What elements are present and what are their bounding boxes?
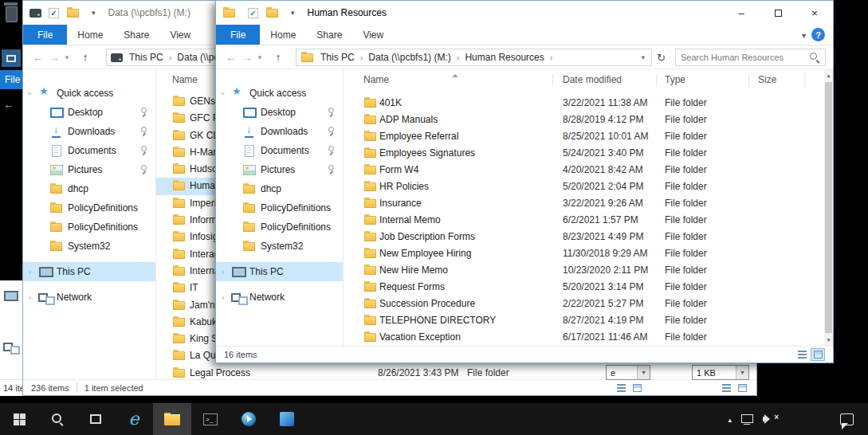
qat-dropdown-icon[interactable]	[92, 9, 96, 17]
file-explorer-button[interactable]	[153, 403, 191, 435]
history-dropdown-icon[interactable]	[61, 45, 73, 69]
tab-file[interactable]: File	[216, 25, 260, 45]
file-row[interactable]: Request Forms5/20/2021 3:14 PMFile folde…	[344, 279, 824, 296]
network-icon[interactable]	[3, 341, 18, 353]
tab-share[interactable]: Share	[113, 25, 159, 45]
refresh-icon[interactable]	[657, 49, 666, 66]
folder-icon[interactable]	[222, 7, 237, 19]
sidebar-item-system32[interactable]: System32	[23, 237, 155, 256]
file-row[interactable]: New Hire Memo10/23/2020 2:11 PMFile fold…	[344, 262, 824, 279]
file-row[interactable]: TELEPHONE DIRECTORY8/27/2021 4:19 PMFile…	[344, 312, 824, 329]
address-box[interactable]: This PC Data (\\pcbfs1) (M:) Human Resou…	[296, 49, 652, 66]
chevron-collapsed-icon[interactable]	[29, 293, 38, 302]
chevron-collapsed-icon[interactable]	[29, 268, 38, 276]
terminal-button[interactable]	[191, 403, 230, 435]
chevron-collapsed-icon[interactable]	[222, 293, 231, 302]
tab-view[interactable]: View	[159, 25, 201, 45]
details-view-button[interactable]	[719, 382, 733, 394]
background-window-edge[interactable]: File 14 items	[0, 0, 22, 396]
blue-app-button[interactable]	[268, 403, 306, 435]
large-icons-view-button[interactable]	[735, 382, 749, 394]
sidebar-item-documents[interactable]: Documents	[23, 141, 155, 160]
task-view-button[interactable]	[77, 403, 115, 435]
folder-icon[interactable]	[265, 7, 280, 19]
breadcrumb-this-pc[interactable]: This PC	[128, 52, 165, 63]
search-box[interactable]	[675, 49, 826, 66]
tab-view[interactable]: View	[352, 25, 394, 45]
title-bar[interactable]: Human Resources	[216, 1, 833, 25]
column-header-name[interactable]: Name	[363, 74, 389, 85]
checkmark-icon[interactable]	[248, 8, 258, 18]
chevron-expanded-icon[interactable]	[222, 89, 231, 98]
column-header-name[interactable]: Name	[172, 74, 198, 85]
up-button[interactable]	[269, 45, 288, 69]
background-dropdown[interactable]: 1 KB	[692, 365, 749, 380]
address-dropdown-icon[interactable]	[638, 53, 647, 61]
sidebar-item-this-pc[interactable]: This PC	[216, 262, 343, 281]
sidebar-item-network[interactable]: Network	[216, 288, 343, 307]
column-divider[interactable]	[552, 74, 553, 87]
background-dropdown[interactable]: e	[606, 365, 650, 380]
sidebar-item-quick-access[interactable]: Quick access	[216, 84, 343, 103]
forward-button[interactable]	[240, 45, 254, 69]
up-button[interactable]	[76, 45, 95, 69]
maximize-button[interactable]	[760, 1, 796, 25]
tab-share[interactable]: Share	[306, 25, 352, 45]
network-status-icon[interactable]	[741, 413, 753, 425]
sidebar-item-pictures[interactable]: Pictures	[216, 160, 343, 179]
close-button[interactable]	[796, 1, 833, 25]
file-row[interactable]: New Employee Hiring11/30/2018 9:29 AMFil…	[344, 245, 824, 262]
dropdown-arrow-icon[interactable]	[637, 366, 650, 379]
file-row[interactable]: Insurance3/22/2021 9:26 AMFile folder	[344, 195, 824, 212]
sidebar-item-dhcp[interactable]: dhcp	[23, 179, 155, 198]
file-row[interactable]: 401K3/22/2021 11:38 AMFile folder	[344, 95, 824, 112]
sidebar-item-desktop[interactable]: Desktop	[23, 103, 155, 122]
file-row[interactable]: Employees Signatures5/24/2021 3:40 PMFil…	[344, 145, 824, 162]
back-arrow-icon[interactable]	[3, 97, 15, 111]
breadcrumb-human-resources[interactable]: Human Resources	[463, 52, 545, 63]
sidebar-item-policydefinitions[interactable]: PolicyDefinitions	[23, 198, 155, 217]
sidebar-item-this-pc[interactable]: This PC	[23, 262, 155, 281]
tab-home[interactable]: Home	[67, 25, 113, 45]
file-row[interactable]: Form W44/20/2021 8:42 AMFile folder	[344, 162, 824, 178]
background-view-toggles[interactable]	[719, 382, 749, 394]
file-row[interactable]: Employee Referral8/25/2021 10:01 AMFile …	[344, 128, 824, 145]
this-pc-icon[interactable]	[3, 290, 18, 302]
column-header-type[interactable]: Type	[665, 74, 685, 85]
sidebar-item-policydefinitions-2[interactable]: PolicyDefinitions	[23, 217, 155, 237]
file-tab-partial[interactable]: File	[0, 70, 22, 89]
chevron-collapsed-icon[interactable]	[222, 268, 231, 276]
window-human-resources[interactable]: Human Resources File Home Share View ? T…	[215, 0, 834, 363]
search-input[interactable]	[681, 53, 809, 62]
file-row[interactable]: Vacation Exception6/17/2021 11:46 AMFile…	[344, 329, 824, 346]
vertical-scrollbar[interactable]	[824, 69, 833, 346]
drive-icon[interactable]	[29, 9, 41, 18]
volume-muted-icon[interactable]	[763, 413, 779, 425]
file-row[interactable]: HR Policies5/20/2021 2:04 PMFile folder	[344, 178, 824, 195]
background-view-toggles[interactable]	[614, 382, 644, 394]
file-row[interactable]: ADP Manuals8/28/2019 4:12 PMFile folder	[344, 112, 824, 128]
action-center-button[interactable]	[831, 403, 863, 435]
breadcrumb-this-pc[interactable]: This PC	[319, 52, 356, 63]
folder-icon[interactable]	[66, 7, 81, 19]
highlighted-item[interactable]	[2, 49, 21, 67]
sidebar-item-downloads[interactable]: Downloads	[23, 122, 155, 141]
column-divider[interactable]	[656, 74, 657, 87]
tab-file[interactable]: File	[23, 25, 67, 45]
sidebar-item-quick-access[interactable]: Quick access	[23, 84, 155, 103]
scroll-up-icon[interactable]	[824, 69, 833, 81]
sidebar-item-desktop[interactable]: Desktop	[216, 103, 343, 122]
sidebar-item-policydefinitions-2[interactable]: PolicyDefinitions	[216, 217, 343, 237]
sidebar-item-downloads[interactable]: Downloads	[216, 122, 343, 141]
internet-explorer-button[interactable]	[115, 403, 153, 435]
sidebar-item-policydefinitions[interactable]: PolicyDefinitions	[216, 198, 343, 217]
folder-row[interactable]: Legal Process8/26/2021 3:43 PMFile folde…	[156, 365, 748, 379]
sidebar-item-network[interactable]: Network	[23, 288, 155, 307]
sidebar-item-documents[interactable]: Documents	[216, 141, 343, 160]
minimize-button[interactable]	[723, 1, 760, 25]
sidebar-item-system32[interactable]: System32	[216, 237, 343, 256]
file-row[interactable]: Internal Memo6/2/2021 1:57 PMFile folder	[344, 212, 824, 229]
details-view-button[interactable]	[614, 382, 628, 394]
sidebar-item-dhcp[interactable]: dhcp	[216, 179, 343, 198]
history-dropdown-icon[interactable]	[254, 45, 265, 69]
